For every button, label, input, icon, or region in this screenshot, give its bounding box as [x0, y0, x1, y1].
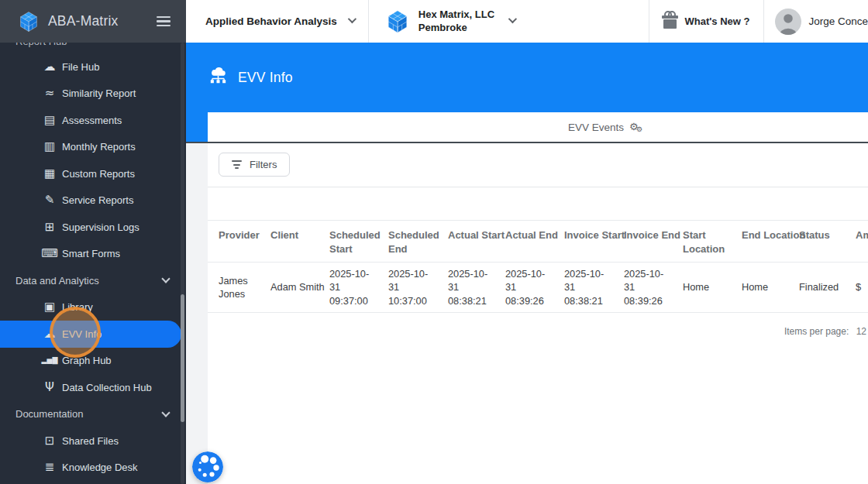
app-window: ABA-Matrix Applied Behavior Analysis Hex… — [0, 0, 868, 484]
sidebar-item-file-hub[interactable]: ☁File Hub — [0, 53, 186, 81]
gears-icon: ⚙⚙ — [629, 120, 643, 134]
items-per-page-value[interactable]: 12 — [856, 326, 866, 337]
table-row[interactable]: James JonesAdam Smith2025-10-31 09:37:00… — [208, 263, 868, 313]
user-name: Jorge Conce — [808, 15, 868, 27]
sidebar-section-documentation[interactable]: Documentation — [0, 401, 186, 428]
filter-icon — [232, 160, 242, 169]
topbar: ABA-Matrix Applied Behavior Analysis Hex… — [0, 0, 868, 43]
cell-scheduled-start: 2025-10-31 09:37:00 — [325, 263, 384, 313]
column-header-scheduled-end: Scheduled End — [384, 221, 443, 263]
table-header-row: ProviderClientScheduled StartScheduled E… — [208, 221, 868, 263]
sidebar-item-label: Similarity Report — [62, 88, 136, 99]
cell-scheduled-end: 2025-10-31 10:37:00 — [384, 263, 443, 313]
cell-provider: James Jones — [208, 263, 266, 313]
supervision-logs-icon: ⊞ — [40, 221, 59, 233]
sidebar-item-monthly-reports[interactable]: ▥Monthly Reports — [0, 134, 186, 161]
sidebar-section-data-and-analytics[interactable]: Data and Analytics — [0, 267, 186, 294]
whats-new-label: What's New ? — [684, 15, 749, 27]
cell-client: Adam Smith — [266, 263, 325, 313]
monthly-reports-icon: ▥ — [40, 141, 59, 153]
chevron-down-icon — [161, 275, 170, 283]
chat-widget-button[interactable] — [192, 451, 223, 482]
divider — [208, 187, 868, 187]
sidebar-item-label: Custom Reports — [62, 168, 135, 180]
menu-toggle-icon[interactable] — [155, 13, 172, 30]
evv-cloud-network-icon — [208, 67, 229, 88]
company-cube-logo — [384, 9, 411, 35]
brand-block: ABA-Matrix — [0, 0, 186, 43]
library-icon: ▣ — [40, 301, 59, 313]
sidebar-item-label: Data Collection Hub — [62, 382, 152, 393]
chevron-down-icon — [508, 15, 517, 23]
cell-status: Finalized — [794, 263, 851, 313]
service-reports-icon: ✎ — [40, 194, 59, 206]
column-header-scheduled-start: Scheduled Start — [325, 221, 384, 263]
content-card: EVV Events ⚙⚙ Filters ProviderClientSche… — [208, 112, 868, 484]
column-header-actual-end: Actual End — [501, 221, 560, 263]
company-name: Hex Matrix, LLC — [418, 9, 494, 21]
shared-files-icon: ⊡ — [40, 435, 59, 447]
sidebar-item-evv-info[interactable]: ☁EVV Info — [0, 321, 181, 348]
items-per-page-label: Items per page: — [784, 326, 849, 337]
sidebar-section-label: Data and Analytics — [16, 275, 163, 287]
tab-bar: EVV Events ⚙⚙ — [208, 112, 868, 142]
sidebar-item-label: Shared Files — [62, 435, 119, 447]
sidebar-item-label: Library — [62, 301, 93, 313]
sidebar-item-graph-hub[interactable]: ▂▅▇Graph Hub — [0, 348, 186, 375]
sidebar-item-assessments[interactable]: ▤Assessments — [0, 107, 186, 134]
whats-new-button[interactable]: What's New ? — [649, 15, 763, 29]
sidebar-item-label: Assessments — [62, 115, 122, 126]
column-header-actual-start: Actual Start — [443, 221, 501, 263]
cell-invoice-start: 2025-10-31 08:38:21 — [560, 263, 619, 313]
chevron-down-icon — [161, 408, 170, 417]
cell-amount: $ — [851, 263, 868, 313]
column-header-client: Client — [266, 221, 325, 263]
sidebar-nav: ☁File Hub≈Similarity Report▤Assessments▥… — [0, 53, 186, 481]
assessments-icon: ▤ — [40, 115, 59, 126]
sidebar-item-label: File Hub — [62, 61, 99, 73]
sidebar-item-library[interactable]: ▣Library — [0, 294, 186, 321]
smart-forms-icon: ⌨ — [40, 248, 59, 259]
sidebar-item-label: EVV Info — [62, 328, 102, 340]
pagination[interactable]: Items per page: 12 — [208, 313, 868, 337]
sidebar-item-label: Knowledge Desk — [62, 462, 138, 473]
column-header-end-location: End Location — [737, 221, 794, 263]
column-header-status: Status — [794, 221, 851, 263]
cell-start-location: Home — [678, 263, 737, 313]
sidebar-item-label: Graph Hub — [62, 355, 112, 366]
sidebar-item-smart-forms[interactable]: ⌨Smart Forms — [0, 241, 186, 268]
graph-hub-icon: ▂▅▇ — [40, 357, 59, 364]
cell-invoice-end: 2025-10-31 08:39:26 — [619, 263, 678, 313]
sidebar-item-label: Supervision Logs — [62, 221, 140, 233]
tab-evv-events-label: EVV Events — [568, 122, 624, 133]
column-header-start-location: Start Location — [678, 221, 737, 263]
filters-button-label: Filters — [250, 159, 277, 170]
sidebar-item-shared-files[interactable]: ⊡Shared Files — [0, 427, 186, 455]
sidebar-item-knowledge-desk[interactable]: ≣Knowledge Desk — [0, 455, 186, 482]
sidebar-item-similarity-report[interactable]: ≈Similarity Report — [0, 81, 186, 108]
sidebar-item-data-collection-hub[interactable]: ΨData Collection Hub — [0, 374, 186, 401]
company-selector[interactable]: Hex Matrix, LLC Pembroke — [369, 9, 530, 35]
avatar — [775, 9, 801, 35]
sidebar-item-custom-reports[interactable]: ▦Custom Reports — [0, 160, 186, 187]
practice-selector-label: Applied Behavior Analysis — [205, 15, 337, 27]
brand-name: ABA-Matrix — [48, 13, 155, 29]
column-header-invoice-start: Invoice Start — [560, 221, 619, 263]
page-title: EVV Info — [238, 70, 293, 86]
sidebar-item-service-reports[interactable]: ✎Service Reports — [0, 187, 186, 215]
sidebar-scrollbar-thumb[interactable] — [181, 294, 184, 422]
file-hub-icon: ☁ — [40, 61, 59, 73]
sidebar-item-supervision-logs[interactable]: ⊞Supervision Logs — [0, 214, 186, 241]
tab-evv-events[interactable]: EVV Events ⚙⚙ — [568, 112, 643, 142]
similarity-report-icon: ≈ — [40, 88, 59, 99]
user-menu[interactable]: Jorge Conce — [764, 9, 868, 35]
practice-selector[interactable]: Applied Behavior Analysis — [205, 15, 354, 27]
sidebar-item-label: Service Reports — [62, 194, 133, 206]
brand-cube-logo — [17, 10, 40, 33]
data-collection-hub-icon: Ψ — [40, 382, 59, 393]
evv-events-table-wrap: ProviderClientScheduled StartScheduled E… — [208, 220, 868, 337]
filters-button[interactable]: Filters — [219, 153, 290, 177]
main-content: EVV Info EVV Events ⚙⚙ Filters Provider — [186, 43, 868, 484]
column-header-invoice-end: Invoice End — [619, 221, 678, 263]
sidebar: Report Hub ☁File Hub≈Similarity Report▤A… — [0, 43, 186, 484]
